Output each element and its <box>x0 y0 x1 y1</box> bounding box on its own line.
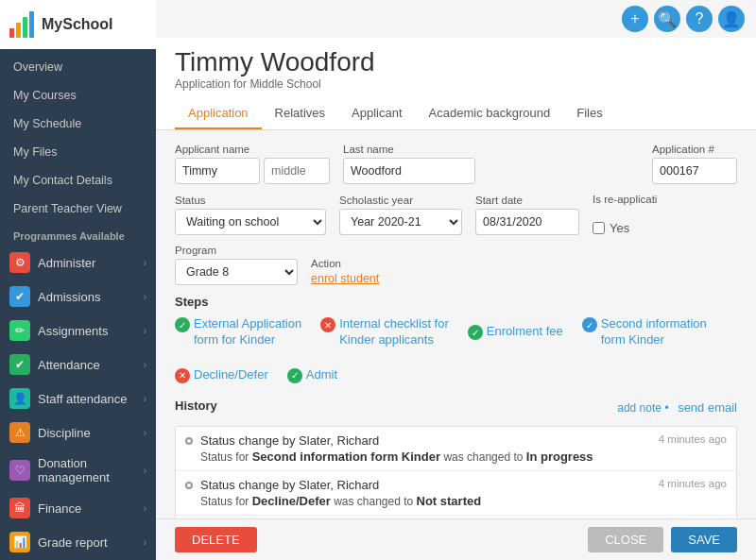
yes-label: Yes <box>610 221 629 235</box>
history-actions: add note • send email <box>617 400 737 415</box>
enrol-student-link[interactable]: enrol student <box>311 272 379 285</box>
status-label: Status <box>175 195 326 206</box>
step-blue-check-icon: ✓ <box>582 317 597 332</box>
sidebar-item-finance-label: Finance <box>38 501 81 516</box>
close-button[interactable]: CLOSE <box>588 527 663 552</box>
sidebar-item-finance[interactable]: 🏛 Finance › <box>0 491 156 525</box>
content-area: Applicant name Last name Application # S… <box>156 130 756 518</box>
status-group: Status Waiting on school <box>175 195 326 235</box>
sidebar-item-donation-management[interactable]: ♡ Donation management › <box>0 450 156 491</box>
sidebar-section-label: Programmes Available <box>0 223 156 246</box>
sidebar-item-admissions-label: Admissions <box>38 290 100 304</box>
sidebar-item-assignments[interactable]: ✏ Assignments › <box>0 314 156 348</box>
sidebar-item-attendance[interactable]: ✔ Attendance › <box>0 348 156 382</box>
is-reapplicant-checkbox[interactable] <box>593 222 605 234</box>
tab-application[interactable]: Application <box>175 98 262 129</box>
discipline-icon: ⚠ <box>9 422 30 443</box>
sidebar-item-discipline-label: Discipline <box>38 426 91 440</box>
step-green-check-icon-2: ✓ <box>468 325 483 340</box>
steps-title: Steps <box>175 295 737 309</box>
history-header: History add note • send email <box>175 395 737 420</box>
sidebar-item-attendance-label: Attendance <box>38 358 100 372</box>
sidebar-item-donation-management-label: Donation management <box>38 456 136 484</box>
sidebar-item-staff-attendance[interactable]: 👤 Staff attendance › <box>0 382 156 416</box>
sidebar-item-parent-teacher-view[interactable]: Parent Teacher View <box>0 195 156 223</box>
history-top-2: Status change by Slater, Richard 4 minut… <box>200 478 727 492</box>
scholastic-year-group: Scholastic year Year 2020-21 <box>339 195 462 235</box>
step-enrolment-fee[interactable]: ✓ Enrolment fee <box>468 324 563 340</box>
form-row-3: Program Grade 8 Action enrol student <box>175 245 737 285</box>
step-admit-label: Admit <box>306 367 337 383</box>
history-content-2: Status change by Slater, Richard 4 minut… <box>200 478 727 508</box>
application-num-input[interactable] <box>652 158 737 184</box>
step-second-info[interactable]: ✓ Second informationform Kinder <box>582 316 707 348</box>
program-label: Program <box>175 245 298 256</box>
form-row-2: Status Waiting on school Scholastic year… <box>175 194 737 235</box>
sidebar-item-administer[interactable]: ⚙ Administer › <box>0 246 156 280</box>
sidebar: MySchool Overview My Courses My Schedule… <box>0 0 156 560</box>
administer-icon: ⚙ <box>9 252 30 273</box>
step-red-x-icon: ✕ <box>320 317 335 332</box>
sidebar-item-admissions[interactable]: ✔ Admissions › <box>0 280 156 314</box>
applicant-name-group: Applicant name <box>175 144 330 184</box>
search-icon[interactable]: 🔍 <box>654 6 680 32</box>
step-second-info-label: Second informationform Kinder <box>601 316 707 348</box>
add-note-link[interactable]: add note <box>617 401 662 415</box>
step-external-app-label: External Applicationform for Kinder <box>194 316 301 348</box>
user-icon[interactable]: 👤 <box>718 6 745 32</box>
scholastic-year-label: Scholastic year <box>339 195 462 206</box>
logo-text: MySchool <box>42 16 113 33</box>
status-select[interactable]: Waiting on school <box>175 209 326 235</box>
scholastic-year-select[interactable]: Year 2020-21 <box>339 209 462 235</box>
donation-icon: ♡ <box>9 460 30 481</box>
form-row-1: Applicant name Last name Application # <box>175 144 737 184</box>
attendance-icon: ✔ <box>9 354 30 375</box>
step-admit[interactable]: ✓ Admit <box>287 367 337 383</box>
sidebar-item-grade-report[interactable]: 📊 Grade report › <box>0 525 156 559</box>
tab-relatives[interactable]: Relatives <box>262 98 338 129</box>
chevron-right-icon: › <box>144 428 146 438</box>
start-date-input[interactable] <box>475 209 579 235</box>
delete-button[interactable]: DELETE <box>175 527 257 552</box>
last-name-input[interactable] <box>343 158 475 184</box>
help-icon[interactable]: ? <box>686 6 713 32</box>
save-button[interactable]: SAVE <box>671 527 737 552</box>
sidebar-item-my-contact-details[interactable]: My Contact Details <box>0 166 156 195</box>
sidebar-item-my-courses[interactable]: My Courses <box>0 81 156 110</box>
history-time-2: 4 minutes ago <box>659 478 727 492</box>
send-email-link[interactable]: • send email <box>665 401 737 415</box>
chevron-right-icon: › <box>144 326 146 336</box>
program-group: Program Grade 8 <box>175 245 298 285</box>
step-internal-checklist[interactable]: ✕ Internal checklist forKinder applicant… <box>320 316 449 348</box>
footer-right: CLOSE SAVE <box>588 527 737 552</box>
topbar: + 🔍 ? 👤 <box>156 0 756 38</box>
application-num-group: Application # <box>652 144 737 184</box>
chevron-right-icon: › <box>144 258 146 268</box>
page-header: Timmy Woodford Application for Middle Sc… <box>156 38 756 130</box>
staff-attendance-icon: 👤 <box>9 388 30 409</box>
step-admit-check-icon: ✓ <box>287 368 302 383</box>
history-body: Status change by Slater, Richard 4 minut… <box>175 426 737 518</box>
step-external-app[interactable]: ✓ External Applicationform for Kinder <box>175 316 301 348</box>
step-decline-defer[interactable]: ✕ Decline/Defer <box>175 367 268 383</box>
applicant-middle-name-input[interactable] <box>264 158 330 184</box>
sidebar-item-discipline[interactable]: ⚠ Discipline › <box>0 416 156 450</box>
tab-academic-background[interactable]: Academic background <box>416 98 564 129</box>
tab-files[interactable]: Files <box>563 98 615 129</box>
history-title: History <box>175 399 217 413</box>
applicant-first-name-input[interactable] <box>175 158 260 184</box>
sidebar-item-my-schedule[interactable]: My Schedule <box>0 110 156 138</box>
history-entry-1: Status change by Slater, Richard 4 minut… <box>176 427 736 471</box>
sidebar-item-my-files[interactable]: My Files <box>0 138 156 166</box>
chevron-right-icon: › <box>144 503 146 514</box>
history-entry-2: Status change by Slater, Richard 4 minut… <box>176 471 736 516</box>
plus-icon[interactable]: + <box>622 6 648 32</box>
sidebar-logo: MySchool <box>0 0 156 49</box>
tab-applicant[interactable]: Applicant <box>338 98 415 129</box>
grade-report-icon: 📊 <box>9 532 30 552</box>
main-content: + 🔍 ? 👤 Timmy Woodford Application for M… <box>156 0 756 560</box>
chevron-right-icon: › <box>144 537 146 548</box>
admissions-icon: ✔ <box>9 286 30 307</box>
sidebar-item-overview[interactable]: Overview <box>0 53 156 81</box>
program-select[interactable]: Grade 8 <box>175 259 298 285</box>
